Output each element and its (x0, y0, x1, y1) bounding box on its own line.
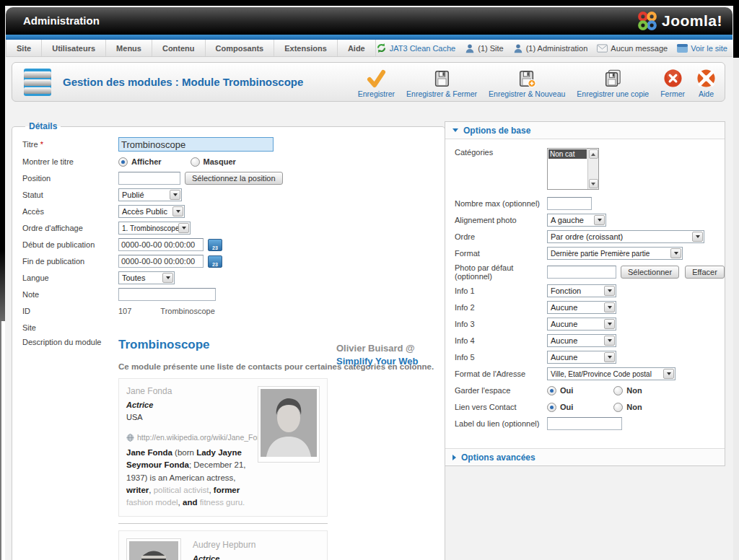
radio-garder-oui[interactable] (547, 386, 556, 395)
radio-lien-oui[interactable] (547, 403, 556, 412)
chevron-right-icon (452, 455, 456, 460)
ordre-affichage-label: Ordre d'affichage (22, 224, 118, 232)
id-title: Trombinoscope (160, 307, 214, 315)
menu-contenu[interactable]: Contenu (152, 40, 206, 56)
save-close-button[interactable]: Enregistrer & Fermer (403, 67, 480, 99)
position-input[interactable] (118, 172, 180, 185)
calendar-button[interactable]: 23 (208, 239, 222, 251)
lien-contact-label: Lien vers Contact (455, 403, 547, 411)
status-admin-users[interactable]: (1) Administration (513, 43, 588, 53)
menu-composants[interactable]: Composants (206, 40, 275, 56)
fin-publication-label: Fin de publication (22, 257, 118, 266)
alignement-photo-select[interactable]: A gauche (547, 214, 606, 227)
montrer-titre-label: Montrer le titre (22, 157, 118, 166)
simplify-your-web-link[interactable]: Simplify Your Web (336, 356, 418, 367)
titre-input[interactable] (118, 137, 274, 152)
label-lien-input[interactable] (547, 417, 622, 430)
clean-cache-icon (376, 43, 387, 53)
description-module-label: Description du module (22, 338, 118, 346)
nombre-max-input[interactable] (547, 197, 592, 210)
listbox-scrollbar[interactable] (587, 149, 598, 189)
scroll-down-icon[interactable] (589, 179, 598, 188)
format-adresse-select[interactable]: Ville, Etat/Province Code postal (547, 367, 675, 380)
photo-defaut-input[interactable] (547, 266, 616, 279)
note-input[interactable] (118, 288, 216, 301)
info1-select[interactable]: Fonction (547, 284, 616, 297)
format-label: Format (455, 249, 547, 258)
modules-icon (24, 69, 51, 96)
scroll-up-icon[interactable] (589, 149, 598, 159)
contact-role: Actrice (193, 554, 255, 560)
photo-select-button[interactable]: Sélectionner (621, 266, 679, 279)
save-new-button[interactable]: Enregistrer & Nouveau (486, 67, 568, 99)
save-copy-icon (603, 68, 622, 89)
menu-menus[interactable]: Menus (106, 40, 152, 56)
help-button[interactable]: Aide (694, 67, 719, 99)
ordre-affichage-select[interactable]: 1. Trombinoscope (118, 222, 191, 235)
titre-label: Titre * (22, 140, 118, 149)
dropdown-arrow-icon (604, 286, 615, 296)
save-copy-button[interactable]: Enregistrer une copie (574, 67, 652, 99)
info4-select[interactable]: Aucune (547, 334, 616, 347)
menu-site[interactable]: Site (6, 40, 42, 56)
close-button[interactable]: Fermer (657, 67, 688, 99)
afficher-label: Afficher (131, 157, 162, 166)
joomla-logo: Joomla! (637, 10, 722, 32)
dropdown-arrow-icon (172, 206, 183, 216)
info4-label: Info 4 (455, 336, 547, 345)
acces-select[interactable]: Accès Public (118, 205, 185, 218)
status-site-users[interactable]: (1) Site (465, 43, 503, 53)
site-users-icon (465, 43, 475, 53)
status-clean-cache[interactable]: JAT3 Clean Cache (376, 43, 456, 53)
calendar-button[interactable]: 23 (208, 255, 222, 268)
page-title: Gestion des modules : Module Trombinosco… (63, 76, 303, 88)
info3-select[interactable]: Aucune (547, 318, 616, 331)
photo-clear-button[interactable]: Effacer (685, 266, 725, 279)
close-icon (663, 68, 683, 89)
radio-garder-non[interactable] (613, 386, 623, 395)
required-mark: * (40, 140, 43, 149)
contact-name: Audrey Hepburn (193, 540, 255, 550)
menu-utilisateurs[interactable]: Utilisateurs (42, 40, 106, 56)
statut-label: Statut (22, 191, 118, 199)
admin-header: Administration Joomla! (6, 7, 733, 35)
admin-page: Administration Joomla! Site Utilisateurs… (5, 6, 733, 560)
options-de-base-header[interactable]: Options de base (445, 122, 725, 139)
page-scrollbar[interactable] (733, 0, 739, 560)
contact-card-audrey-hepburn: Audrey Hepburn Actrice USA (118, 530, 328, 560)
photo-defaut-label: Photo par défaut (optionnel) (455, 263, 547, 281)
category-option-selected[interactable]: Non cat (548, 149, 587, 159)
categories-listbox[interactable]: Non cat (547, 148, 599, 190)
dropdown-arrow-icon (604, 302, 615, 312)
options-avancees-header[interactable]: Options avancées (445, 448, 725, 465)
details-legend: Détails (25, 121, 61, 131)
categories-label: Catégories (455, 148, 547, 157)
format-select[interactable]: Dernière partie Première partie (547, 247, 683, 260)
info2-select[interactable]: Aucune (547, 301, 616, 314)
ordre-select[interactable]: Par ordre (croissant) (547, 230, 704, 243)
radio-masquer[interactable] (191, 157, 200, 167)
info2-label: Info 2 (455, 303, 547, 312)
module-description-preview: Trombinoscope Ce module présente une lis… (118, 338, 436, 560)
fin-publication-input[interactable] (118, 255, 204, 268)
card-divider (118, 523, 328, 524)
id-value: 107 (118, 307, 131, 315)
menu-extensions[interactable]: Extensions (274, 40, 338, 56)
menu-aide[interactable]: Aide (338, 40, 376, 56)
radio-lien-non[interactable] (613, 403, 623, 412)
radio-afficher[interactable] (118, 157, 128, 167)
save-button[interactable]: Enregistrer (355, 67, 398, 99)
status-messages[interactable]: Aucun message (597, 44, 668, 53)
status-view-site[interactable]: Voir le site (677, 44, 727, 53)
info5-select[interactable]: Aucune (547, 351, 616, 364)
toolbar-panel: Gestion des modules : Module Trombinosco… (12, 62, 725, 102)
main-menubar: Site Utilisateurs Menus Contenu Composan… (6, 40, 733, 57)
details-fieldset: Détails Titre * Montrer le titre Affiche… (12, 121, 445, 560)
select-position-button[interactable]: Sélectionnez la position (185, 172, 283, 185)
dropdown-arrow-icon (162, 273, 173, 283)
langue-select[interactable]: Toutes (118, 271, 175, 284)
statut-select[interactable]: Publié (118, 188, 182, 201)
debut-publication-input[interactable] (118, 238, 204, 251)
dropdown-arrow-icon (594, 215, 605, 225)
dropdown-arrow-icon (170, 190, 180, 200)
